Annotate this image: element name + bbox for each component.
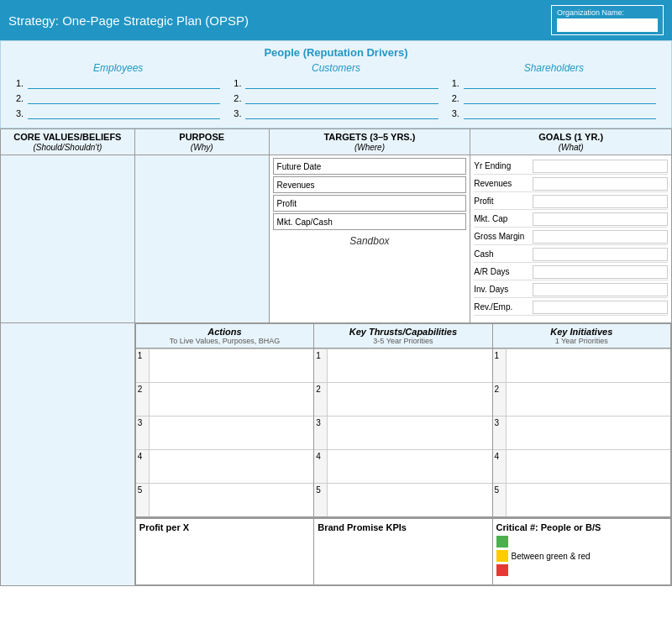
customers-row-1: 1. [234, 77, 438, 89]
org-label: Organization Name: [557, 8, 658, 17]
red-indicator [496, 564, 508, 576]
thrusts-header: Key Thrusts/Capabilities [318, 327, 488, 337]
goal-ar-days: A/R Days [474, 264, 668, 280]
critical-num-cell: Critical #: People or B/S Between green … [492, 519, 670, 585]
employees-line-1[interactable] [28, 77, 220, 89]
employees-row-2: 2. [16, 92, 220, 104]
employees-line-2[interactable] [28, 92, 220, 104]
initiative-row-2: 2 [493, 382, 670, 416]
people-col-employees: Employees 1. 2. 3. [9, 62, 227, 123]
people-col-shareholders: Shareholders 1. 2. 3. [445, 62, 663, 123]
org-name-box: Organization Name: [551, 5, 664, 35]
col-header-targets: TARGETS (3–5 YRS.) (Where) [269, 129, 470, 155]
goal-gross-margin: Gross Margin [474, 228, 668, 245]
goal-mkt-cap: Mkt. Cap [474, 211, 668, 228]
customers-header: Customers [234, 62, 438, 74]
target-profit[interactable]: Profit [273, 195, 467, 212]
targets-content: Future Date Revenues Profit Mkt. Cap/Cas… [269, 155, 470, 323]
people-columns: Employees 1. 2. 3. Customers 1. 2. [9, 62, 663, 123]
thrust-row-2: 2 [314, 382, 491, 416]
people-col-customers: Customers 1. 2. 3. [227, 62, 444, 123]
targets-sublabel: (Where) [354, 143, 385, 152]
goal-cash: Cash [474, 246, 668, 263]
sandbox-label: Sandbox [273, 235, 467, 247]
bottom-row: Profit per X Brand Promise KPIs Critical… [134, 518, 671, 586]
goal-yr-ending: Yr Ending [474, 158, 668, 175]
col-header-core-values: CORE VALUES/BELIEFS (Should/Shouldn't) [1, 129, 135, 155]
customers-row-2: 2. [234, 92, 438, 104]
goals-list: Yr Ending Revenues Profit Mkt. Cap [474, 158, 668, 316]
customers-line-2[interactable] [245, 92, 438, 104]
core-values-label: CORE VALUES/BELIEFS [13, 132, 121, 142]
shareholders-line-1[interactable] [464, 77, 656, 89]
target-future-date[interactable]: Future Date [273, 158, 467, 175]
color-indicator-red [496, 564, 667, 576]
core-values-lower[interactable] [1, 323, 135, 586]
thrusts-subheader: 3-5 Year Priorities [318, 337, 488, 345]
customers-line-1[interactable] [245, 77, 438, 89]
col-header-purpose: PURPOSE (Why) [134, 129, 269, 155]
people-title: People (Reputation Drivers) [9, 46, 663, 59]
people-section: People (Reputation Drivers) Employees 1.… [0, 40, 672, 128]
thrusts-rows: 1 2 3 4 5 [314, 348, 492, 517]
goals-content: Yr Ending Revenues Profit Mkt. Cap [470, 155, 672, 323]
employees-header: Employees [16, 62, 220, 74]
shareholders-line-2[interactable] [464, 92, 656, 104]
initiative-row-5: 5 [493, 483, 670, 516]
customers-row-3: 3. [234, 107, 438, 119]
strategy-label: Strategy: [8, 13, 59, 28]
core-values-content[interactable] [1, 155, 135, 323]
yellow-label: Between green & red [512, 552, 591, 561]
initiative-row-1: 1 [493, 348, 670, 382]
shareholders-line-3[interactable] [464, 107, 656, 119]
purpose-sublabel: (Why) [191, 143, 213, 152]
actions-subheader: To Live Values, Purposes, BHAG [139, 337, 310, 345]
action-row-5: 5 [136, 483, 313, 516]
targets-label: TARGETS (3–5 YRS.) [323, 132, 415, 142]
initiatives-header-cell: Key Initiatives 1 Year Priorities [492, 324, 670, 348]
initiative-row-4: 4 [493, 449, 670, 483]
profit-per-x-label: Profit per X [139, 522, 310, 532]
thrust-row-5: 5 [314, 483, 491, 516]
goal-inv-days: Inv. Days [474, 281, 668, 298]
goals-label: GOALS (1 YR.) [538, 132, 603, 142]
initiatives-header: Key Initiatives [496, 327, 667, 337]
shareholders-row-1: 1. [452, 77, 656, 89]
main-table: CORE VALUES/BELIEFS (Should/Shouldn't) P… [0, 128, 672, 586]
profit-per-x-cell[interactable]: Profit per X [135, 519, 313, 585]
core-values-sublabel: (Should/Shouldn't) [33, 143, 102, 152]
thrust-row-1: 1 [314, 348, 491, 382]
brand-promise-cell[interactable]: Brand Promise KPIs [314, 519, 492, 585]
targets-list: Future Date Revenues Profit Mkt. Cap/Cas… [273, 158, 467, 230]
purpose-label: PURPOSE [179, 132, 224, 142]
target-revenues[interactable]: Revenues [273, 176, 467, 193]
customers-line-3[interactable] [245, 107, 438, 119]
employees-row-1: 1. [16, 77, 220, 89]
org-name-input[interactable] [557, 18, 658, 32]
brand-promise-label: Brand Promise KPIs [318, 522, 488, 532]
goal-rev-emp: Rev./Emp. [474, 299, 668, 316]
page-title: Strategy: One-Page Strategic Plan (OPSP) [8, 13, 249, 28]
page-subtitle: One-Page Strategic Plan (OPSP) [62, 13, 249, 28]
initiatives-subheader: 1 Year Priorities [496, 337, 667, 345]
critical-num-label: Critical #: People or B/S [496, 522, 667, 532]
goal-profit: Profit [474, 193, 668, 210]
target-mkt-cap[interactable]: Mkt. Cap/Cash [273, 213, 467, 230]
shareholders-row-2: 2. [452, 92, 656, 104]
action-row-4: 4 [136, 449, 313, 483]
green-indicator [496, 536, 508, 548]
thrust-row-4: 4 [314, 449, 491, 483]
color-indicator-green [496, 536, 667, 548]
actions-header: Actions [139, 327, 310, 337]
actions-rows: 1 2 3 4 5 [135, 348, 313, 517]
color-indicator-yellow: Between green & red [496, 550, 667, 562]
purpose-content[interactable] [134, 155, 269, 323]
lower-three-cols: Actions To Live Values, Purposes, BHAG K… [134, 323, 671, 518]
initiatives-rows: 1 2 3 4 5 [492, 348, 670, 517]
page-header: Strategy: One-Page Strategic Plan (OPSP)… [0, 0, 672, 40]
goal-revenues: Revenues [474, 176, 668, 192]
actions-header-cell: Actions To Live Values, Purposes, BHAG [135, 324, 313, 348]
initiative-row-3: 3 [493, 416, 670, 449]
employees-line-3[interactable] [28, 107, 220, 119]
thrust-row-3: 3 [314, 416, 491, 449]
